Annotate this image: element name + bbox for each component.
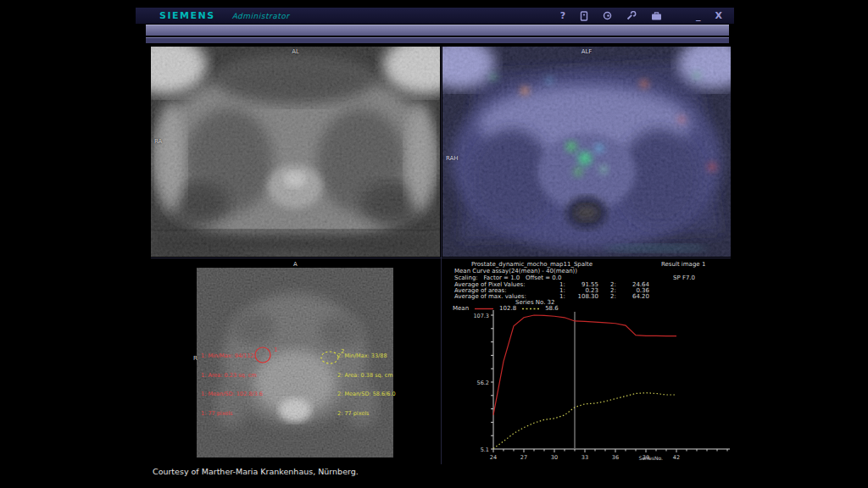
quadrant-separator-vertical xyxy=(441,47,442,464)
viewport-t1-axial[interactable]: AL RA xyxy=(151,47,440,257)
title-bar: SIEMENS Administrator ? _ X xyxy=(136,8,734,24)
mri-image-roi xyxy=(151,259,440,464)
minimize-icon[interactable]: _ xyxy=(696,8,701,24)
svg-text:24: 24 xyxy=(490,454,497,461)
status-circle-icon[interactable] xyxy=(603,11,612,20)
close-icon[interactable]: X xyxy=(715,8,722,24)
toolbar-strip[interactable] xyxy=(146,37,729,43)
user-name: Administrator xyxy=(232,12,290,20)
svg-text:36: 36 xyxy=(612,454,619,461)
orientation-label-left: RA xyxy=(154,138,162,145)
viewport-roi-image[interactable]: A R 1 2 1: Min/Max: 94/112 1: Area: 0.23… xyxy=(151,259,440,464)
mean-curve-chart[interactable]: 24273033363942SeriesNo.5.156.2107.3 xyxy=(442,259,731,464)
patient-card-icon[interactable] xyxy=(580,11,588,21)
viewport-mean-curve[interactable]: Prostate_dynamic_mocho_map11_Spalte Resu… xyxy=(442,259,731,464)
svg-text:30: 30 xyxy=(551,454,558,461)
help-icon[interactable]: ? xyxy=(560,8,565,24)
siemens-logo: SIEMENS xyxy=(159,10,215,21)
mri-image-color-overlay xyxy=(442,47,731,257)
tools-wrench-icon[interactable] xyxy=(626,11,637,20)
mri-image-t1 xyxy=(151,47,440,257)
svg-text:5.1: 5.1 xyxy=(481,446,489,453)
orientation-label-top: A xyxy=(293,261,298,268)
menu-bar[interactable] xyxy=(146,25,729,36)
svg-text:33: 33 xyxy=(581,454,588,461)
application-window: SIEMENS Administrator ? _ X xyxy=(0,0,868,488)
courtesy-caption: Courtesy of Marther-Maria Krankenhaus, N… xyxy=(153,467,359,476)
svg-text:SeriesNo.: SeriesNo. xyxy=(639,455,664,461)
svg-text:27: 27 xyxy=(520,454,527,461)
orientation-label-left: RAH xyxy=(446,155,459,162)
svg-text:107.3: 107.3 xyxy=(473,313,489,319)
roi-2-stats: 2: Min/Max: 33/88 2: Area: 0.38 sq. cm 2… xyxy=(337,341,396,430)
roi-1-stats: 1: Min/Max: 94/112 1: Area: 0.23 sq. cm … xyxy=(201,341,263,430)
viewport-color-map[interactable]: ALF RAH xyxy=(442,47,731,257)
orientation-label-top: AL xyxy=(292,48,299,55)
orientation-label-top: ALF xyxy=(581,48,593,55)
case-icon[interactable] xyxy=(651,11,662,20)
orientation-label-left: R xyxy=(193,355,198,362)
roi-1-number: 1 xyxy=(274,347,277,353)
svg-text:42: 42 xyxy=(673,454,680,461)
quadrant-separator-horizontal xyxy=(151,258,731,258)
svg-text:56.2: 56.2 xyxy=(477,380,489,386)
titlebar-icons: ? _ X xyxy=(560,8,722,24)
